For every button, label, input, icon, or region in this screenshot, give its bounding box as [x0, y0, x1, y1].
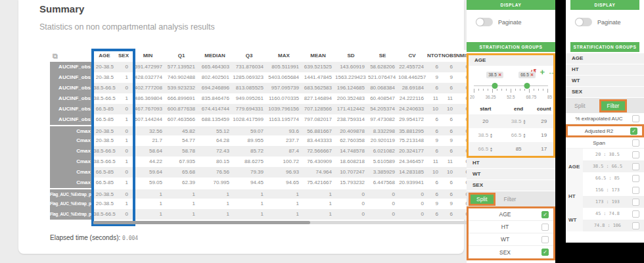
table-cell: 100.72 — [267, 156, 302, 167]
start-value[interactable]: 66.5 — [478, 146, 489, 152]
table-horizontal-scrollbar[interactable] — [93, 221, 471, 224]
filter-range-row[interactable]: 156 : 173 — [583, 184, 644, 196]
table-cell: 94.65 — [267, 178, 302, 188]
slider-handle[interactable] — [524, 83, 530, 89]
row-label: Cmax — [50, 126, 93, 135]
table-cell: 74.964 — [302, 167, 335, 178]
table-cell: 79.39 — [233, 167, 267, 178]
filter-range-row[interactable]: 20 : 38.5 — [583, 149, 644, 160]
filter-range-row[interactable]: 173 : 193 — [583, 196, 644, 208]
end-cell: 66.5▲▼ — [503, 132, 535, 138]
filter-item--extrapolated-auc[interactable]: % extrapolated AUC — [566, 113, 644, 124]
tick-mark — [520, 89, 520, 91]
checkbox-unchecked[interactable] — [541, 236, 549, 243]
start-cell: 38.5▲▼ — [469, 132, 503, 138]
filter-item-span[interactable]: Span — [566, 137, 644, 149]
tab-split[interactable]: Split — [469, 193, 495, 206]
checkbox-unchecked[interactable] — [632, 163, 639, 170]
checkbox-unchecked[interactable] — [632, 222, 639, 229]
accordion-item-age[interactable]: AGE — [566, 53, 644, 64]
filter-range-row[interactable]: 74.8 : 106 — [583, 220, 644, 231]
value-spinner[interactable]: ▲▼ — [522, 133, 526, 138]
count-cell: 29 — [535, 118, 553, 124]
display-header: DISPLAY — [570, 0, 639, 10]
checkbox-unchecked[interactable] — [632, 175, 639, 182]
filter-range-row[interactable]: 38.5 : 66.5 — [583, 160, 644, 172]
filter-item-adjusted-r2[interactable]: Adjusted R2✓ — [566, 124, 644, 137]
table-cell: 72.43 — [198, 146, 233, 156]
table-cell: 60.408547 — [368, 93, 398, 104]
tab-split[interactable]: Split — [566, 103, 594, 109]
accordion-item-sex[interactable]: SEX — [566, 87, 644, 97]
accordion-item-wt[interactable]: WT — [467, 169, 555, 179]
split-filter-tabs: Split Filter — [467, 191, 555, 206]
table-cell: 802.402501 — [198, 72, 233, 83]
accordion-item-ht[interactable]: HT — [566, 64, 644, 75]
checkbox-unchecked[interactable] — [632, 210, 639, 218]
checkbox-unchecked[interactable] — [632, 187, 639, 194]
tab-filter[interactable]: Filter — [599, 99, 628, 112]
split-item-ht[interactable]: HT — [469, 221, 553, 233]
table-cell: 0 — [335, 199, 368, 209]
remove-break-icon[interactable]: ✕ — [530, 72, 534, 77]
table-cell: 835.846476 — [198, 93, 233, 104]
stratification-panel-split: DISPLAY Paginate STRATIFICATION GROUPS A… — [467, 0, 555, 263]
slider-handle[interactable] — [492, 83, 498, 89]
checkbox-checked[interactable]: ✓ — [541, 249, 549, 256]
tick-label: 52.5 — [507, 95, 515, 99]
paginate-toggle[interactable] — [476, 18, 493, 26]
add-break-icon[interactable]: + — [540, 67, 545, 77]
column-header: SE — [368, 50, 398, 62]
accordion-item-wt[interactable]: WT — [566, 76, 644, 86]
slider-track[interactable] — [474, 85, 548, 86]
accordion-item-ht[interactable]: HT — [467, 158, 555, 168]
table-cell: 97.473082 — [368, 114, 398, 125]
accordion-item-sex[interactable]: SEX — [467, 180, 555, 191]
row-label: Flag_AUC_%Extrap_pred — [50, 199, 93, 209]
table-cell: 0 — [398, 199, 427, 209]
split-item-age[interactable]: AGE✓ — [469, 208, 553, 221]
end-value[interactable]: 66.5 — [511, 132, 522, 138]
table-cell: 22.455724 — [398, 62, 427, 72]
bounds-header-row: startendcount — [469, 104, 553, 114]
accordion-item-age[interactable]: AGE — [469, 55, 553, 66]
split-item-label: AGE — [469, 211, 541, 218]
start-value[interactable]: 38.5 — [478, 132, 489, 138]
value-spinner[interactable]: ▲▼ — [490, 147, 493, 152]
checkbox-unchecked[interactable] — [632, 151, 639, 158]
split-item-wt[interactable]: WT — [469, 233, 553, 246]
value-spinner[interactable]: ▲▼ — [522, 119, 526, 124]
paginate-toggle[interactable] — [575, 18, 592, 26]
table-cell: 89.955 — [233, 135, 267, 146]
table-cell: 108.446257 — [398, 72, 427, 83]
table-cell: 5403.065684 — [267, 72, 302, 83]
checkbox-unchecked[interactable] — [541, 224, 549, 231]
table-cell: 665.464303 — [198, 62, 233, 72]
filter-range-row[interactable]: 45 : 74.8 — [583, 208, 644, 220]
value-spinner[interactable]: ▲▼ — [490, 133, 493, 138]
table-cell: 1 — [198, 209, 233, 220]
scrollbar-thumb[interactable] — [93, 221, 310, 224]
filter-range-row[interactable]: 66.5 : 85 — [583, 172, 644, 184]
tab-filter[interactable]: Filter — [495, 196, 525, 203]
table-row: Cmax38.5-66.5144.2267.93580.1588.6275100… — [50, 156, 472, 167]
copy-table-icon[interactable]: ⧉ — [53, 52, 58, 60]
table-cell: 9 — [442, 135, 456, 146]
table-cell: 72.566667 — [302, 146, 335, 156]
checkbox-unchecked[interactable] — [632, 139, 639, 147]
end-value[interactable]: 38.5 — [511, 118, 522, 124]
table-cell: 813.085525 — [233, 83, 267, 93]
checkbox-unchecked[interactable] — [632, 199, 639, 206]
table-cell: 20-38.5 — [93, 135, 117, 146]
checkbox-checked[interactable]: ✓ — [630, 128, 637, 135]
table-cell: 93.6 — [267, 126, 302, 135]
checkbox-checked[interactable]: ✓ — [541, 211, 549, 218]
table-cell: 32.56 — [131, 126, 166, 135]
split-item-sex[interactable]: SEX✓ — [469, 246, 553, 258]
remove-break-icon[interactable]: ✕ — [498, 72, 501, 77]
checkbox-unchecked[interactable] — [632, 115, 639, 122]
stats-table: ⧉AGESEXMINQ1MEDIANQ3MAXMEANSDSECVNTOTNOB… — [50, 50, 472, 220]
table-cell: 740.902488 — [166, 72, 198, 83]
filter-group-label: HT — [566, 184, 583, 208]
expand-range-icon[interactable]: ↔ — [548, 68, 555, 76]
